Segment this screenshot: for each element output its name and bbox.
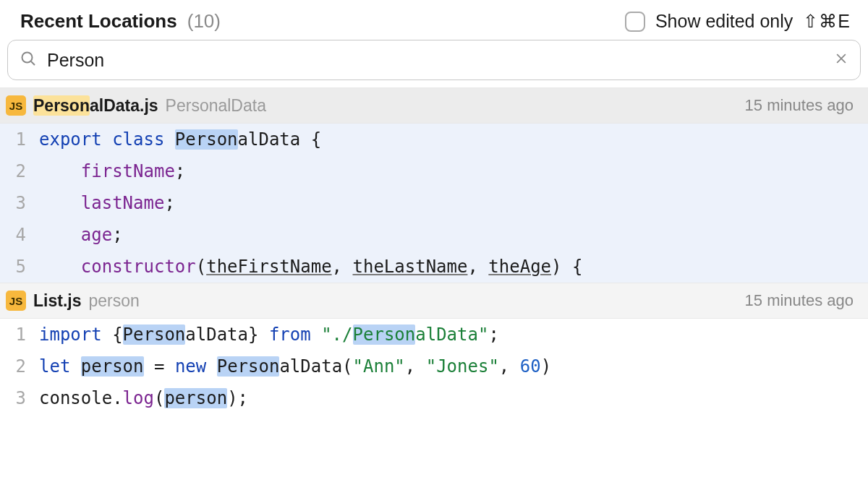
- result-header-left: JS List.js person: [6, 291, 140, 311]
- code-line: 1 import {PersonalData} from "./Personal…: [0, 319, 868, 351]
- code-text: lastName;: [35, 187, 175, 219]
- result-timestamp: 15 minutes ago: [745, 291, 854, 310]
- shortcut-hint: ⇧⌘E: [803, 11, 851, 32]
- result-timestamp: 15 minutes ago: [745, 96, 854, 115]
- code-line: 5 constructor(theFirstName, theLastName,…: [0, 251, 868, 283]
- code-line: 2 firstName;: [0, 155, 868, 187]
- result-header[interactable]: JS List.js person 15 minutes ago: [0, 283, 868, 319]
- line-number: 1: [0, 124, 35, 155]
- result-header-left: JS PersonalData.js PersonalData: [6, 95, 266, 116]
- code-snippet[interactable]: 1 import {PersonalData} from "./Personal…: [0, 319, 868, 414]
- popup-title: Recent Locations: [20, 10, 177, 33]
- popup-header: Recent Locations (10) Show edited only ⇧…: [0, 0, 868, 40]
- code-snippet[interactable]: 1 export class PersonalData { 2 firstNam…: [0, 124, 868, 283]
- line-number: 1: [0, 319, 35, 351]
- line-number: 3: [0, 382, 35, 414]
- results-list: JS PersonalData.js PersonalData 15 minut…: [0, 87, 868, 414]
- line-number: 2: [0, 351, 35, 382]
- file-context: PersonalData: [166, 96, 266, 116]
- code-text: firstName;: [35, 155, 185, 187]
- search-wrap: [0, 40, 868, 87]
- file-name: List.js: [33, 291, 81, 311]
- code-line: 1 export class PersonalData {: [0, 124, 868, 155]
- code-text: import {PersonalData} from "./PersonalDa…: [35, 319, 499, 351]
- result-count: (10): [187, 10, 221, 33]
- code-line: 4 age;: [0, 219, 868, 251]
- code-line: 3 console.log(person);: [0, 382, 868, 414]
- search-field[interactable]: [7, 40, 861, 80]
- line-number: 5: [0, 251, 35, 283]
- header-left: Recent Locations (10): [20, 10, 221, 33]
- js-file-icon: JS: [6, 291, 26, 311]
- show-edited-label[interactable]: Show edited only: [655, 11, 793, 32]
- result-item[interactable]: JS PersonalData.js PersonalData 15 minut…: [0, 87, 868, 283]
- code-line: 3 lastName;: [0, 187, 868, 219]
- show-edited-checkbox[interactable]: [625, 12, 645, 32]
- clear-icon[interactable]: [834, 51, 848, 69]
- search-icon: [20, 50, 37, 70]
- js-file-icon: JS: [6, 95, 26, 116]
- line-number: 2: [0, 155, 35, 187]
- result-header[interactable]: JS PersonalData.js PersonalData 15 minut…: [0, 87, 868, 124]
- code-text: let person = new PersonalData("Ann", "Jo…: [35, 351, 551, 382]
- code-text: console.log(person);: [35, 382, 248, 414]
- code-text: constructor(theFirstName, theLastName, t…: [35, 251, 582, 283]
- code-text: age;: [35, 219, 123, 251]
- header-right: Show edited only ⇧⌘E: [625, 11, 851, 32]
- line-number: 3: [0, 187, 35, 219]
- svg-point-0: [22, 53, 33, 63]
- line-number: 4: [0, 219, 35, 251]
- file-context: person: [88, 291, 139, 311]
- code-line: 2 let person = new PersonalData("Ann", "…: [0, 351, 868, 382]
- search-input[interactable]: [47, 50, 824, 71]
- file-name: PersonalData.js: [33, 96, 158, 116]
- code-text: export class PersonalData {: [35, 124, 321, 155]
- result-item[interactable]: JS List.js person 15 minutes ago 1 impor…: [0, 283, 868, 414]
- svg-line-1: [31, 61, 35, 65]
